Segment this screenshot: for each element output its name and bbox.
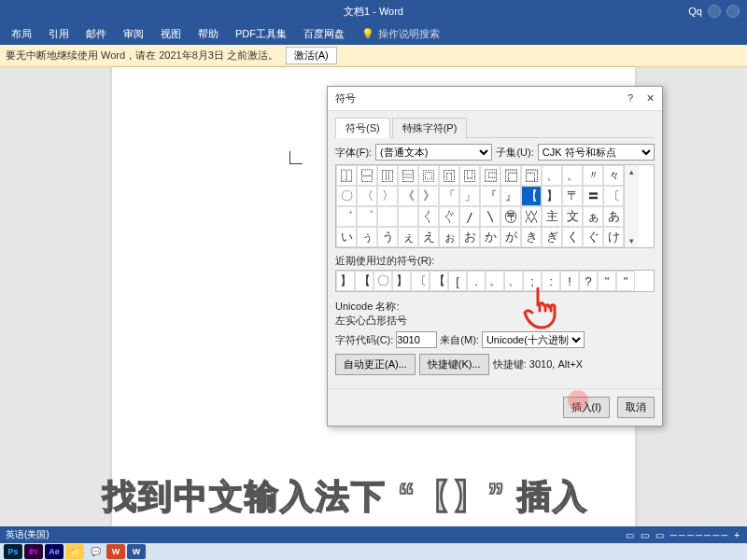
symbol-cell[interactable]: う [377,227,398,247]
recent-symbol-cell[interactable]: . [467,271,486,291]
ribbon-tab[interactable]: 布局 [4,24,39,44]
taskbar-app-icon[interactable]: 💬 [86,544,105,559]
symbol-cell[interactable]: け [603,227,624,247]
symbol-cell[interactable]: い [336,227,357,247]
recent-symbol-cell[interactable]: " [616,271,635,291]
symbol-cell[interactable]: ぅ [357,227,377,247]
symbol-cell[interactable]: 》 [418,186,439,206]
symbol-cell[interactable]: き [521,227,542,247]
symbol-cell[interactable]: 〃 [583,165,603,186]
symbol-cell[interactable]: え [418,227,439,247]
symbol-cell[interactable]: ⿳ [398,165,418,186]
symbol-cell[interactable]: ⿶ [459,165,480,186]
symbol-cell[interactable]: ぐ [583,227,603,247]
font-select[interactable]: (普通文本) [375,144,492,161]
symbol-cell[interactable]: 〷 [521,206,542,227]
ribbon-tab[interactable]: 审阅 [116,24,151,44]
recent-symbol-cell[interactable]: 〔 [411,271,430,291]
symbol-cell[interactable]: 『 [480,186,500,206]
status-language[interactable]: 英语(美国) [6,528,49,541]
symbol-cell[interactable]: ⿰ [336,165,357,186]
recent-symbol-cell[interactable]: 】 [336,271,355,291]
symbol-cell[interactable]: か [480,227,500,247]
symbol-cell[interactable]: 文 [562,206,583,227]
recent-symbol-cell[interactable]: 【 [355,271,374,291]
cancel-button[interactable]: 取消 [617,397,655,418]
help-icon[interactable]: ? [627,92,633,105]
symbol-cell[interactable]: 〵 [480,206,500,227]
recent-symbols[interactable]: 】【〇】〔【[.。、;:!?"" [335,270,655,292]
symbol-cell[interactable]: 〉 [377,186,398,206]
symbol-cell[interactable]: 〓 [583,186,603,206]
taskbar-app-icon[interactable]: W [127,544,146,559]
symbol-cell[interactable]: 〇 [336,186,357,206]
recent-symbol-cell[interactable]: 、 [504,271,523,291]
symbol-cell[interactable]: 々 [603,165,624,186]
symbol-cell[interactable]: 〱 [418,206,439,227]
activate-button[interactable]: 激活(A) [286,47,337,64]
user-label[interactable]: Qq [688,6,702,17]
symbol-cell[interactable]: ゞ [398,206,418,227]
dialog-titlebar[interactable]: 符号 ? ✕ [328,87,662,111]
taskbar-app-icon[interactable]: Pr [24,544,43,559]
code-input[interactable] [396,331,437,348]
tab-symbols[interactable]: 符号(S) [335,118,390,138]
symbol-cell[interactable]: 〔 [603,186,624,206]
symbol-cell[interactable]: ぇ [398,227,418,247]
avatar[interactable] [708,5,721,18]
symbol-cell[interactable]: 主 [542,206,562,227]
ribbon-tab[interactable]: PDF工具集 [228,24,294,44]
ribbon-tab[interactable]: 视图 [153,24,189,44]
recent-symbol-cell[interactable]: " [598,271,616,291]
taskbar-app-icon[interactable]: W [106,544,125,559]
symbol-cell[interactable]: ⿵ [439,165,459,186]
recent-symbol-cell[interactable]: 。 [486,271,504,291]
symbol-cell[interactable]: 。 [562,165,583,186]
symbol-cell[interactable]: ゜ [357,206,377,227]
symbol-cell[interactable]: ぁ [583,206,603,227]
taskbar-app-icon[interactable]: Ps [4,544,22,559]
symbol-cell[interactable]: 〈 [357,186,377,206]
symbol-cell[interactable]: 【 [521,186,542,206]
symbol-cell[interactable]: が [500,227,521,247]
recent-symbol-cell[interactable]: ? [579,271,598,291]
symbol-cell[interactable]: ぉ [439,227,459,247]
symbol-grid[interactable]: ⿰⿱⿲⿳⿴⿵⿶⿷⿸⿹、。〃々〇〈〉《》「」『』【】〒〓〔゛゜ゝゞ〱〲〳〵〶〷主文… [336,165,624,247]
recent-symbol-cell[interactable]: 【 [430,271,448,291]
symbol-cell[interactable]: あ [603,206,624,227]
symbol-cell[interactable]: ⿷ [480,165,500,186]
taskbar-app-icon[interactable]: 📁 [65,544,84,559]
symbol-cell[interactable]: ⿱ [357,165,377,186]
ribbon-tab[interactable]: 帮助 [190,24,226,44]
taskbar[interactable]: PsPrAe📁💬WW [0,543,747,560]
tab-special[interactable]: 特殊字符(P) [392,118,468,138]
symbol-cell[interactable]: ゛ [336,206,357,227]
symbol-cell[interactable]: ぎ [542,227,562,247]
ribbon-tab[interactable]: 引用 [41,24,77,44]
status-right[interactable]: ▭ ▭ ▭ ─────── + [626,530,741,540]
symbol-cell[interactable]: 《 [398,186,418,206]
symbol-cell[interactable]: ゝ [377,206,398,227]
symbol-cell[interactable]: ⿴ [418,165,439,186]
grid-scrollbar[interactable]: ▴▾ [624,165,639,247]
subset-select[interactable]: CJK 符号和标点 [538,144,655,161]
symbol-cell[interactable]: く [562,227,583,247]
symbol-cell[interactable]: 〒 [562,186,583,206]
from-select[interactable]: Unicode(十六进制) [482,331,585,348]
symbol-cell[interactable]: 〲 [439,206,459,227]
symbol-cell[interactable]: 〳 [459,206,480,227]
insert-button[interactable]: 插入(I) [563,397,610,418]
shortcut-button[interactable]: 快捷键(K)... [419,354,489,375]
symbol-cell[interactable]: ⿹ [521,165,542,186]
taskbar-app-icon[interactable]: Ae [45,544,63,559]
tell-me-search[interactable]: 💡操作说明搜索 [361,27,440,41]
symbol-cell[interactable]: 「 [439,186,459,206]
symbol-cell[interactable]: 】 [542,186,562,206]
symbol-cell[interactable]: ⿲ [377,165,398,186]
recent-symbol-cell[interactable]: 〇 [374,271,392,291]
recent-symbol-cell[interactable]: [ [448,271,467,291]
symbol-cell[interactable]: 」 [459,186,480,206]
autocorrect-button[interactable]: 自动更正(A)... [335,354,416,375]
close-icon[interactable]: ✕ [646,92,655,105]
recent-symbol-cell[interactable]: 】 [392,271,411,291]
